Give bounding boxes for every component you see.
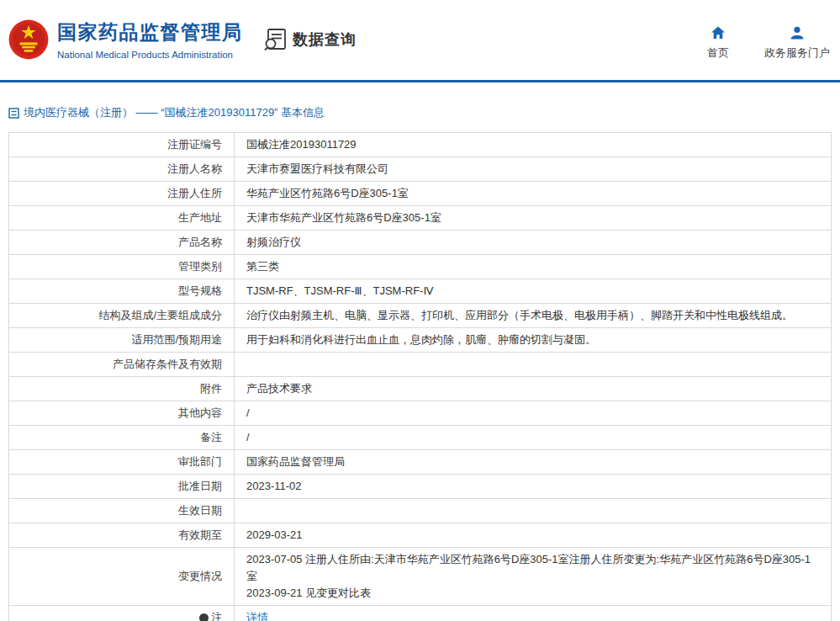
row-label: 型号规格 xyxy=(9,279,235,303)
row-label: 备注 xyxy=(9,426,235,449)
row-label: 注册证编号 xyxy=(9,133,235,157)
nav-home-label: 首页 xyxy=(707,45,729,61)
row-value: 国家药品监督管理局 xyxy=(235,450,831,474)
row-value: 2023-07-05 注册人住所由:天津市华苑产业区竹苑路6号D座305-1室注… xyxy=(235,548,831,605)
home-icon xyxy=(711,26,726,40)
page: 国家药品监督管理局 National Medical Products Admi… xyxy=(0,0,840,621)
table-row: 管理类别 第三类 xyxy=(9,255,831,279)
nav-home[interactable]: 首页 xyxy=(707,26,729,61)
row-label: 其他内容 xyxy=(9,401,235,425)
table-row: 变更情况 2023-07-05 注册人住所由:天津市华苑产业区竹苑路6号D座30… xyxy=(9,548,831,606)
row-label: 生产地址 xyxy=(9,206,235,230)
national-emblem-icon xyxy=(7,16,50,63)
brand-text: 国家药品监督管理局 National Medical Products Admi… xyxy=(57,19,243,60)
row-label: 适用范围/预期用途 xyxy=(9,328,235,352)
table-row: 生效日期 xyxy=(9,499,831,523)
row-value: 第三类 xyxy=(235,255,831,279)
row-label: 产品储存条件及有效期 xyxy=(9,353,235,376)
header-divider xyxy=(0,80,840,82)
row-label: 附件 xyxy=(9,377,235,401)
breadcrumb: 境内医疗器械（注册） —— “国械注准20193011729” 基本信息 xyxy=(8,105,840,120)
table-row: 注册人住所 华苑产业区竹苑路6号D座305-1室 xyxy=(9,182,831,206)
table-row: 批准日期 2023-11-02 xyxy=(9,475,831,499)
row-value: / xyxy=(235,426,831,449)
row-value: 天津市华苑产业区竹苑路6号D座305-1室 xyxy=(235,206,831,230)
site-subtitle: National Medical Products Administration xyxy=(57,50,243,60)
row-value: 2029-03-21 xyxy=(235,523,831,547)
nav-portal-label: 政务服务门户 xyxy=(764,45,830,61)
note-icon xyxy=(199,613,209,621)
row-label: 管理类别 xyxy=(9,255,235,279)
header: 国家药品监督管理局 National Medical Products Admi… xyxy=(0,0,840,80)
row-label: 注册人名称 xyxy=(9,157,235,181)
person-icon xyxy=(790,26,805,40)
row-value: 天津市赛盟医疗科技有限公司 xyxy=(235,157,831,181)
table-row: 附件 产品技术要求 xyxy=(9,377,831,401)
row-value: / xyxy=(235,401,831,425)
row-label: 结构及组成/主要组成成分 xyxy=(9,304,235,327)
table-row: 适用范围/预期用途 用于妇科和消化科进行出血止血，息肉灼除，肌瘤、肿瘤的切割与凝… xyxy=(9,328,831,353)
row-value: 详情 xyxy=(235,606,831,621)
row-label: 产品名称 xyxy=(9,231,235,254)
top-nav: 首页 政务服务门户 xyxy=(707,26,830,61)
table-row: 有效期至 2029-03-21 xyxy=(9,523,831,548)
row-value: 国械注准20193011729 xyxy=(235,133,831,157)
data-query-icon xyxy=(263,28,288,51)
row-value xyxy=(235,499,831,523)
row-value: 华苑产业区竹苑路6号D座305-1室 xyxy=(235,182,831,205)
details-link[interactable]: 详情 xyxy=(246,609,268,621)
breadcrumb-text: 境内医疗器械（注册） —— “国械注准20193011729” 基本信息 xyxy=(24,105,325,120)
document-icon xyxy=(8,108,19,119)
table-row: 型号规格 TJSM-RF、TJSM-RF-Ⅲ、TJSM-RF-Ⅳ xyxy=(9,279,831,304)
row-label: 生效日期 xyxy=(9,499,235,523)
row-value: 产品技术要求 xyxy=(235,377,831,401)
row-value xyxy=(235,353,831,376)
row-value: TJSM-RF、TJSM-RF-Ⅲ、TJSM-RF-Ⅳ xyxy=(235,279,831,303)
table-row: 产品储存条件及有效期 xyxy=(9,353,831,377)
row-value: 用于妇科和消化科进行出血止血，息肉灼除，肌瘤、肿瘤的切割与凝固。 xyxy=(235,328,831,352)
table-row: 注册人名称 天津市赛盟医疗科技有限公司 xyxy=(9,157,831,182)
row-value: 2023-11-02 xyxy=(235,475,831,498)
row-value: 射频治疗仪 xyxy=(235,231,831,254)
table-row: 注册证编号 国械注准20193011729 xyxy=(9,133,831,157)
row-label: 注册人住所 xyxy=(9,182,235,205)
row-label: 有效期至 xyxy=(9,523,235,547)
table-row: 结构及组成/主要组成成分 治疗仪由射频主机、电脑、显示器、打印机、应用部分（手术… xyxy=(9,304,831,328)
section-label: 数据查询 xyxy=(293,29,357,50)
table-row: 审批部门 国家药品监督管理局 xyxy=(9,450,831,475)
table-row: 产品名称 射频治疗仪 xyxy=(9,231,831,255)
table-row: 其他内容 / xyxy=(9,401,831,426)
row-label: 变更情况 xyxy=(9,548,235,605)
row-label: 注 xyxy=(9,606,235,621)
table-row: 生产地址 天津市华苑产业区竹苑路6号D座305-1室 xyxy=(9,206,831,231)
row-label-text: 注 xyxy=(211,610,222,621)
row-label: 审批部门 xyxy=(9,450,235,474)
detail-table: 注册证编号 国械注准20193011729 注册人名称 天津市赛盟医疗科技有限公… xyxy=(8,132,832,621)
table-row: 备注 / xyxy=(9,426,831,450)
nav-portal[interactable]: 政务服务门户 xyxy=(764,26,830,61)
nmpa-logo[interactable]: 国家药品监督管理局 National Medical Products Admi… xyxy=(7,16,243,63)
row-label: 批准日期 xyxy=(9,475,235,498)
section-data-query[interactable]: 数据查询 xyxy=(263,28,357,51)
table-row: 注 详情 xyxy=(9,606,831,621)
site-title: 国家药品监督管理局 xyxy=(57,19,243,45)
row-value: 治疗仪由射频主机、电脑、显示器、打印机、应用部分（手术电极、电极用手柄）、脚踏开… xyxy=(235,304,831,327)
